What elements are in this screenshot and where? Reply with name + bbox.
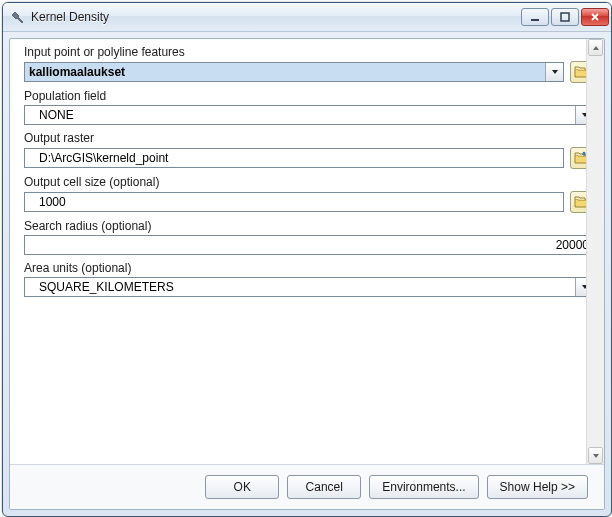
kernel-density-window: Kernel Density Input point or polyline f… (2, 2, 612, 517)
label-input-features: Input point or polyline features (24, 45, 594, 59)
svg-marker-7 (593, 454, 599, 458)
titlebar[interactable]: Kernel Density (3, 3, 611, 32)
field-search-radius: Search radius (optional) 20000 (24, 219, 594, 255)
vertical-scrollbar[interactable] (586, 39, 604, 464)
dialog-client: Input point or polyline features kalliom… (9, 38, 605, 510)
field-cell-size: Output cell size (optional) 1000 (24, 175, 594, 213)
maximize-button[interactable] (551, 8, 579, 26)
input-features-combo[interactable]: kalliomaalaukset (24, 62, 564, 82)
area-units-combo[interactable]: SQUARE_KILOMETERS (24, 277, 594, 297)
search-radius-input[interactable]: 20000 (24, 235, 594, 255)
population-field-combo[interactable]: NONE (24, 105, 594, 125)
form-area: Input point or polyline features kalliom… (10, 39, 604, 464)
svg-marker-3 (552, 70, 558, 74)
area-units-value: SQUARE_KILOMETERS (29, 280, 174, 294)
hammer-icon (9, 9, 25, 25)
close-button[interactable] (581, 8, 609, 26)
svg-marker-6 (593, 46, 599, 50)
label-search-radius: Search radius (optional) (24, 219, 594, 233)
label-output-raster: Output raster (24, 131, 594, 145)
field-area-units: Area units (optional) SQUARE_KILOMETERS (24, 261, 594, 297)
svg-marker-0 (12, 12, 23, 23)
label-area-units: Area units (optional) (24, 261, 594, 275)
output-raster-input[interactable]: D:\ArcGIS\kerneld_point (24, 148, 564, 168)
svg-rect-2 (561, 13, 569, 21)
input-features-value: kalliomaalaukset (29, 65, 125, 79)
label-cell-size: Output cell size (optional) (24, 175, 594, 189)
label-population: Population field (24, 89, 594, 103)
scroll-up-icon[interactable] (588, 39, 603, 56)
scroll-down-icon[interactable] (588, 447, 603, 464)
minimize-button[interactable] (521, 8, 549, 26)
cell-size-value: 1000 (39, 195, 66, 209)
field-input-features: Input point or polyline features kalliom… (24, 45, 594, 83)
environments-button[interactable]: Environments... (369, 475, 478, 499)
chevron-down-icon[interactable] (545, 63, 563, 81)
button-bar: OK Cancel Environments... Show Help >> (10, 464, 604, 509)
show-help-button[interactable]: Show Help >> (487, 475, 588, 499)
search-radius-value: 20000 (556, 238, 589, 252)
ok-button[interactable]: OK (205, 475, 279, 499)
cell-size-input[interactable]: 1000 (24, 192, 564, 212)
svg-rect-1 (531, 19, 539, 21)
cancel-button[interactable]: Cancel (287, 475, 361, 499)
field-population: Population field NONE (24, 89, 594, 125)
field-output-raster: Output raster D:\ArcGIS\kerneld_point (24, 131, 594, 169)
window-title: Kernel Density (31, 10, 521, 24)
output-raster-value: D:\ArcGIS\kerneld_point (39, 151, 168, 165)
population-field-value: NONE (29, 108, 74, 122)
window-controls (521, 8, 609, 26)
